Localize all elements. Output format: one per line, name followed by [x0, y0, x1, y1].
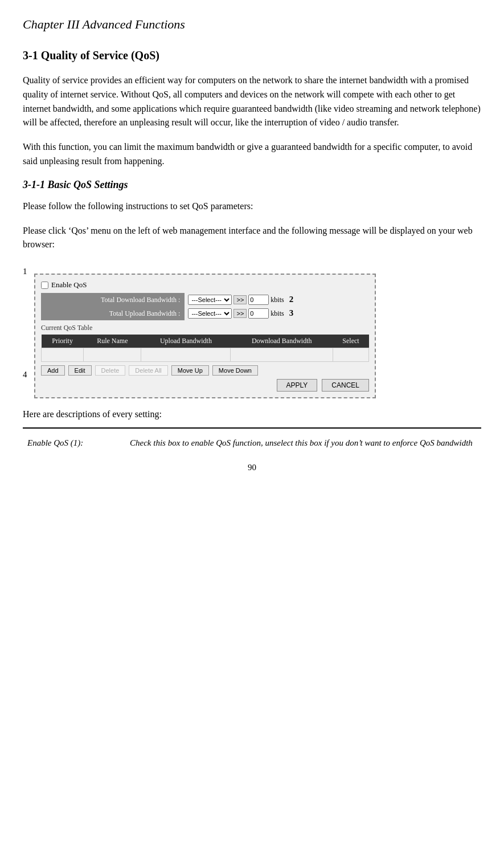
header-priority: Priority [42, 335, 84, 348]
section-3-1-1-para-2: Please click ‘Qos’ menu on the left of w… [23, 224, 481, 252]
download-controls: ---Select--- >> kbits 2 [185, 293, 369, 307]
cancel-button[interactable]: CANCEL [322, 379, 369, 392]
horizontal-divider [23, 427, 481, 429]
apply-cancel-row: APPLY CANCEL [41, 379, 369, 392]
upload-arrow-btn[interactable]: >> [233, 309, 247, 318]
diagram-container: 1 Enable QoS Total Download Bandwidth : … [23, 262, 481, 396]
description-table: Enable QoS (1): Check this box to enable… [23, 434, 481, 452]
header-upload-bandwidth: Upload Bandwidth [141, 335, 231, 348]
empty-cell-1 [42, 348, 84, 362]
chapter-title: Chapter III Advanced Functions [23, 17, 481, 32]
section-3-1-1-title: 3-1-1 Basic QoS Settings [23, 179, 481, 191]
move-down-button[interactable]: Move Down [212, 365, 258, 376]
qos-table-empty-row [42, 348, 369, 362]
enable-qos-checkbox[interactable] [41, 282, 48, 289]
empty-cell-3 [141, 348, 231, 362]
download-value-input[interactable] [248, 295, 269, 305]
download-arrow-btn[interactable]: >> [233, 295, 247, 304]
header-select: Select [333, 335, 368, 348]
section-3-1-1-para-1: Please follow the following instructions… [23, 199, 481, 214]
empty-cell-4 [231, 348, 333, 362]
descriptions-intro: Here are descriptions of every setting: [23, 407, 481, 422]
qos-action-buttons-row: Add Edit Delete Delete All Move Up Move … [41, 365, 369, 376]
qos-rule-table: Priority Rule Name Upload Bandwidth Down… [41, 335, 369, 362]
upload-controls: ---Select--- >> kbits 3 [185, 307, 369, 320]
description-row-enable-qos: Enable QoS (1): Check this box to enable… [23, 434, 481, 452]
add-button[interactable]: Add [41, 365, 65, 376]
enable-qos-row: Enable QoS [41, 280, 369, 290]
download-kbits-label: kbits [271, 296, 284, 304]
page-number: 90 [23, 463, 481, 472]
qos-interface-box: Enable QoS Total Download Bandwidth : --… [34, 274, 376, 398]
download-select[interactable]: ---Select--- [188, 295, 232, 305]
upload-kbits-label: kbits [271, 309, 284, 317]
annotation-1: 1 [23, 267, 27, 276]
upload-value-input[interactable] [248, 308, 269, 319]
move-up-button[interactable]: Move Up [171, 365, 209, 376]
download-label-cell: Total Download Bandwidth : [41, 293, 185, 307]
bandwidth-table: Total Download Bandwidth : ---Select--- … [41, 293, 369, 320]
enable-qos-label: Enable QoS [51, 280, 87, 290]
upload-label-cell: Total Upload Bandwidth : [41, 307, 185, 320]
header-rule-name: Rule Name [84, 335, 141, 348]
qos-table-header-row: Priority Rule Name Upload Bandwidth Down… [42, 335, 369, 348]
section-3-1-para-1: Quality of service provides an efficient… [23, 74, 481, 130]
empty-cell-5 [333, 348, 368, 362]
current-qos-label: Current QoS Table [41, 324, 369, 332]
annotation-3: 3 [289, 308, 294, 317]
annotation-2: 2 [289, 295, 294, 304]
upload-select[interactable]: ---Select--- [188, 308, 232, 319]
section-3-1-title: 3-1 Quality of Service (QoS) [23, 49, 481, 62]
empty-cell-2 [84, 348, 141, 362]
description-text-enable-qos: Check this box to enable QoS function, u… [125, 434, 481, 452]
edit-button[interactable]: Edit [68, 365, 92, 376]
delete-button[interactable]: Delete [95, 365, 126, 376]
download-bandwidth-row: Total Download Bandwidth : ---Select--- … [41, 293, 369, 307]
delete-all-button[interactable]: Delete All [129, 365, 167, 376]
upload-bandwidth-row: Total Upload Bandwidth : ---Select--- >>… [41, 307, 369, 320]
apply-button[interactable]: APPLY [277, 379, 318, 392]
description-label-enable-qos: Enable QoS (1): [23, 434, 125, 452]
section-3-1-para-2: With this function, you can limit the ma… [23, 140, 481, 169]
annotation-4: 4 [23, 370, 27, 380]
header-download-bandwidth: Download Bandwidth [231, 335, 333, 348]
